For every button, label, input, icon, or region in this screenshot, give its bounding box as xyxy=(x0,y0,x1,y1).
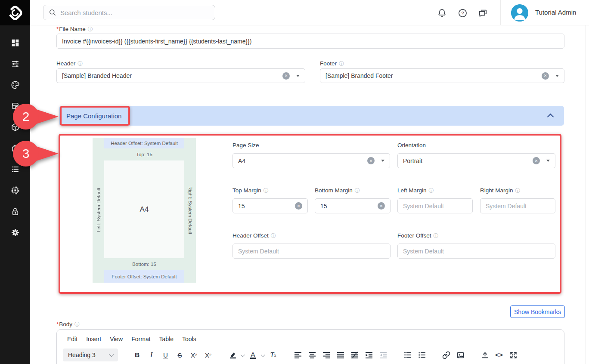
sidebar-item-automation[interactable] xyxy=(0,180,30,201)
caret-down-icon[interactable] xyxy=(381,160,384,162)
help-button[interactable]: ? xyxy=(457,7,468,19)
text-color-caret[interactable] xyxy=(260,349,266,361)
bottom-margin-input[interactable] xyxy=(320,203,378,210)
sidebar-item-lists[interactable] xyxy=(0,159,30,180)
upload-button[interactable] xyxy=(478,349,492,361)
avatar-person-icon xyxy=(511,4,528,22)
file-name-input[interactable] xyxy=(62,38,559,45)
sidebar-item-dashboard[interactable] xyxy=(0,32,30,53)
top-margin-input[interactable] xyxy=(238,203,295,210)
body-label: *Bodyⓘ xyxy=(56,321,80,328)
superscript-button[interactable]: X2 xyxy=(201,349,215,361)
right-margin-input[interactable] xyxy=(486,203,550,210)
align-justify-button[interactable] xyxy=(333,349,347,361)
caret-down-icon[interactable] xyxy=(546,160,550,162)
align-center-button[interactable] xyxy=(305,349,319,361)
left-margin-label-text: Left Margin xyxy=(397,187,427,194)
editor-toolbar: Heading 3 B I U S X2 X2 A xyxy=(57,345,564,362)
page-size-clear-icon[interactable]: ✕ xyxy=(367,157,375,164)
menu-tools[interactable]: Tools xyxy=(178,334,201,344)
text-color-button[interactable]: A xyxy=(246,349,260,361)
align-left-button[interactable] xyxy=(291,349,305,361)
sidebar-item-modules[interactable] xyxy=(0,117,30,138)
footer-offset-input[interactable] xyxy=(403,248,550,255)
sidebar-item-marketplace[interactable] xyxy=(0,96,30,117)
outdent-button[interactable] xyxy=(376,349,390,361)
header-label-text: Header xyxy=(56,60,75,67)
bold-button[interactable]: B xyxy=(130,349,144,361)
menu-format[interactable]: Format xyxy=(127,334,155,344)
highlight-color-caret[interactable] xyxy=(240,349,246,361)
orientation-clear-icon[interactable]: ✕ xyxy=(533,157,540,164)
sidebar-item-configuration[interactable] xyxy=(0,53,30,74)
top-margin-clear-icon[interactable]: ✕ xyxy=(295,202,302,210)
page-size-select[interactable]: A4 ✕ xyxy=(232,153,390,168)
clear-x-glyph: ✕ xyxy=(285,74,288,78)
insert-link-button[interactable] xyxy=(439,349,453,361)
sidebar-item-settings[interactable] xyxy=(0,222,30,243)
sidebar-item-templates[interactable] xyxy=(0,138,30,159)
italic-button[interactable]: I xyxy=(144,349,158,361)
info-icon: ⓘ xyxy=(264,188,269,194)
header-clear-icon[interactable]: ✕ xyxy=(282,72,290,80)
align-none-button[interactable] xyxy=(347,349,362,361)
user-name[interactable]: Tutorial Admin xyxy=(535,9,576,16)
help-icon: ? xyxy=(458,8,468,18)
fullscreen-button[interactable] xyxy=(506,349,521,361)
menu-view[interactable]: View xyxy=(105,334,127,344)
footer-select[interactable]: [Sample] Branded Footer ✕ xyxy=(320,68,564,83)
numbered-list-button[interactable] xyxy=(415,349,429,361)
info-icon: ⓘ xyxy=(355,188,360,194)
source-code-button[interactable]: <> xyxy=(492,349,506,361)
indent-button[interactable] xyxy=(362,349,376,361)
subscript-button[interactable]: X2 xyxy=(187,349,201,361)
sidebar-item-security[interactable] xyxy=(0,201,30,222)
align-left-icon xyxy=(294,351,302,359)
search-input[interactable] xyxy=(60,9,202,16)
orientation-select[interactable]: Portrait ✕ xyxy=(397,153,555,168)
sidebar-item-branding[interactable] xyxy=(0,74,30,96)
footer-offset-label: Footer Offsetⓘ xyxy=(397,232,439,240)
app-root: ? Tutorial Admin *File Nameⓘ xyxy=(0,0,589,364)
left-margin-input[interactable] xyxy=(403,203,467,210)
header-offset-input[interactable] xyxy=(238,248,385,255)
highlight-color-button[interactable] xyxy=(226,349,240,361)
footer-clear-icon[interactable]: ✕ xyxy=(542,72,549,80)
footer-offset-field xyxy=(397,244,555,259)
menu-insert[interactable]: Insert xyxy=(82,334,105,344)
info-icon: ⓘ xyxy=(339,61,344,67)
app-logo[interactable] xyxy=(0,0,30,25)
clear-formatting-button[interactable]: Tx xyxy=(266,349,280,361)
svg-text:?: ? xyxy=(461,10,464,15)
strikethrough-button[interactable]: S xyxy=(173,349,187,361)
header-select-value: [Sample] Branded Header xyxy=(62,72,282,79)
preview-header-offset: Header Offset: System Default xyxy=(104,138,184,148)
footer-select-value: [Sample] Branded Footer xyxy=(326,72,542,79)
chevron-up-icon[interactable] xyxy=(547,114,554,120)
info-icon: ⓘ xyxy=(78,61,83,67)
underline-button[interactable]: U xyxy=(158,349,173,361)
subscript-base: X xyxy=(191,352,195,359)
scrollbar[interactable] xyxy=(586,25,589,364)
body-label-text: Body xyxy=(59,321,72,327)
highlighter-pen-icon xyxy=(229,351,237,359)
menu-edit[interactable]: Edit xyxy=(63,334,82,344)
file-name-field xyxy=(56,34,564,49)
messages-button[interactable] xyxy=(477,7,488,19)
align-right-button[interactable] xyxy=(319,349,333,361)
page-configuration-header[interactable]: Page Configuration xyxy=(59,106,564,126)
bullet-list-button[interactable] xyxy=(400,349,415,361)
align-center-icon xyxy=(308,351,316,359)
caret-down-icon[interactable] xyxy=(296,75,300,77)
list-icon xyxy=(11,165,20,174)
notifications-button[interactable] xyxy=(436,7,447,19)
block-format-select[interactable]: Heading 3 xyxy=(63,349,118,361)
bottom-margin-clear-icon[interactable]: ✕ xyxy=(378,202,385,210)
menu-table[interactable]: Table xyxy=(155,334,178,344)
footer-offset-label-text: Footer Offset xyxy=(397,232,431,239)
avatar[interactable] xyxy=(511,4,528,22)
header-select[interactable]: [Sample] Branded Header ✕ xyxy=(56,68,305,83)
caret-down-icon[interactable] xyxy=(555,75,559,77)
show-bookmarks-button[interactable]: Show Bookmarks xyxy=(510,305,565,318)
insert-image-button[interactable] xyxy=(453,349,468,361)
